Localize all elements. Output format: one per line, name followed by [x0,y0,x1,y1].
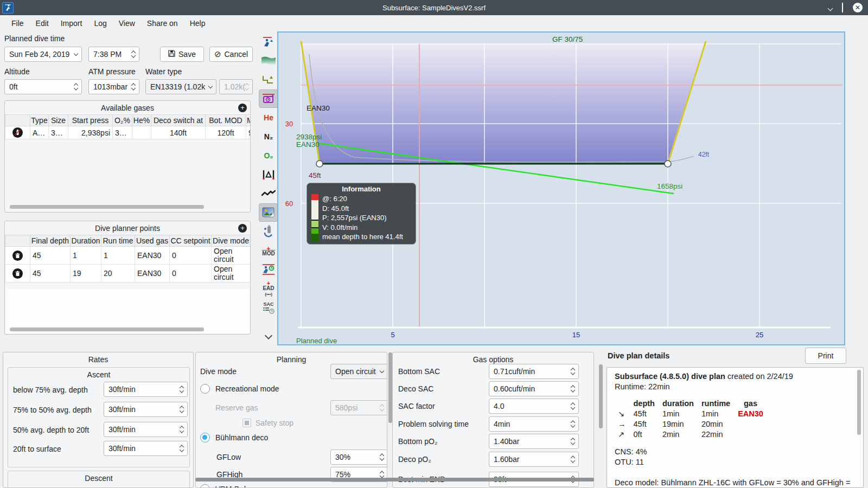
info-tooltip: Information @: 6:20 D: 45.0ft P: 2,557ps… [307,183,416,245]
n2-graph-icon[interactable]: N₂ [259,127,278,146]
middle-vscrollbar[interactable] [388,352,392,423]
safety-stop-checkbox [242,419,251,427]
deco-po2-label: Deco pO₂ [398,455,431,464]
bottom-po2-spinner[interactable]: 1.40bar [489,434,579,449]
menu-bar: File Edit Import Log View Share on Help [0,15,868,31]
ead-icon[interactable]: +EAD(•••) [259,279,278,298]
rate-spinner-50to20ft[interactable]: 30ft/min [104,422,188,437]
gases-hscrollbar[interactable] [10,205,204,209]
dive-mode-select[interactable]: Open circuit [330,364,387,379]
menu-help[interactable]: Help [184,17,212,30]
delete-point-icon[interactable] [12,268,23,279]
rate-label: 50% avg. depth to 20ft [13,426,89,434]
mean-depth-end-label: 42ft [698,151,710,158]
ruler-icon[interactable] [259,165,278,184]
dive-mode-label: Dive mode [200,367,237,376]
dive-time-spinner[interactable]: 7:38 PM [88,47,139,62]
altitude-label: Altitude [4,67,30,76]
dive-mode-ascent-icon[interactable] [259,33,278,51]
bottom-hscrollbar[interactable] [195,478,594,481]
add-gas-button[interactable]: + [238,104,247,112]
o2-graph-icon[interactable]: O₂ [259,146,278,165]
heartrate-icon[interactable] [259,184,278,203]
rate-label: 75% to 50% avg. depth [13,406,92,414]
deco-po2-spinner[interactable]: 1.60bar [489,452,579,467]
info-tooltip-title: Information [311,185,411,193]
mod-icon[interactable]: +MOD [259,241,278,260]
gas-row[interactable]: A… 3… 2,938psi 3… 140ft 120ft 98f [5,126,251,139]
menu-share-on[interactable]: Share on [141,17,184,30]
velocity-colorbar [311,194,318,242]
rate-spinner-75to50[interactable]: 30ft/min [104,402,188,417]
segment-handle-end[interactable] [665,160,671,167]
recreational-mode-radio[interactable] [200,384,210,394]
descent-title: Descent [8,471,189,485]
water-type-select[interactable]: EN13319 (1.02k [145,79,216,94]
planner-point-row[interactable]: 45 1 1 EAN30 0 Open circuit [5,247,251,265]
dc-ceiling-icon[interactable] [259,89,278,108]
bottom-sac-spinner[interactable]: 0.71cuft/min [489,364,579,379]
tooltip-depth: D: 45.0ft [322,204,403,214]
calculated-ceiling-icon[interactable] [259,70,278,89]
available-gases-panel: Available gases + Type Size Start press … [4,100,251,213]
dive-planner-points-panel: Dive planner points + Final depth Durati… [4,221,251,335]
photos-icon[interactable] [259,203,278,222]
x-tick-15: 15 [572,331,580,339]
rates-title: Rates [3,352,193,366]
delete-point-icon[interactable] [12,251,23,261]
sac-icon[interactable]: SAC [259,298,278,317]
menu-file[interactable]: File [5,17,30,30]
vpmb-deco-radio[interactable] [200,484,210,488]
start-gas-label: EAN30 [296,140,320,149]
rate-spinner-20ft-surface[interactable]: 30ft/min [104,441,188,456]
details-text-vscrollbar[interactable] [857,370,861,435]
window-title: Subsurface: SampleDivesV2.ssrf [0,4,868,12]
available-gases-title: Available gases [5,101,250,114]
rate-label: below 75% avg. depth [13,386,88,394]
remove-cylinder-icon[interactable] [12,127,23,138]
y-tick-60: 60 [285,200,293,208]
save-button[interactable]: Save [160,47,204,62]
menu-edit[interactable]: Edit [30,17,55,30]
menu-import[interactable]: Import [55,17,88,30]
save-icon [168,50,175,59]
cancel-button[interactable]: ⊘ Cancel [209,47,253,62]
bottom-po2-label: Bottom pO₂ [398,437,437,446]
ceiling-toggle-icon[interactable] [259,52,278,70]
start-pressure-label: 2938psi [296,133,322,141]
dive-profile-chart[interactable]: GF 30/75 EAN30 2938psi EAN30 45ft 42ft 1… [277,31,845,345]
points-hscrollbar[interactable] [10,328,204,331]
gflow-spinner[interactable]: 30% [330,450,387,465]
sac-factor-spinner[interactable]: 4.0 [489,399,579,414]
plan-runtime-line: Runtime: 22min [615,382,856,392]
print-button[interactable]: Print [805,348,846,364]
menu-log[interactable]: Log [88,17,112,30]
ndl-tts-icon[interactable] [259,260,278,279]
planning-panel: Planning Dive mode Open circuit Recreati… [195,352,387,488]
minimize-button[interactable] [828,3,832,12]
dive-date-select[interactable]: Sun Feb 24, 2019 [4,47,82,62]
atm-pressure-spinner[interactable]: 1013mbar [88,79,139,94]
details-left-vscrollbar[interactable] [599,364,603,428]
toolbar-more-chevron-icon[interactable] [259,327,278,345]
start-depth-label: 45ft [309,171,321,179]
segment-handle-start[interactable] [316,160,323,167]
dive-plan-details-box[interactable]: Subsurface (4.8.5.0) dive plan created o… [607,367,864,488]
problem-time-spinner[interactable]: 4min [489,416,579,432]
altitude-spinner[interactable]: 0ft [4,79,82,94]
rate-spinner-below75[interactable]: 30ft/min [104,382,188,397]
planner-point-row[interactable]: 45 19 20 EAN30 0 Open circuit [5,265,251,282]
menu-view[interactable]: View [113,17,141,30]
gases-header-row: Type Size Start press O₂% He% Deco switc… [5,115,251,126]
add-point-button[interactable]: + [238,224,247,233]
sac-factor-label: SAC factor [398,402,435,410]
tissues-icon[interactable] [259,222,278,241]
he-graph-icon[interactable]: He [259,108,278,127]
tooltip-time: @: 6:20 [322,194,403,204]
close-button[interactable]: ✕ [853,3,863,12]
maximize-button[interactable] [842,3,843,12]
buhlmann-deco-radio[interactable] [200,433,210,442]
otu-line: OTU: 11 [615,457,856,467]
recreational-mode-label: Recreational mode [215,384,279,393]
deco-sac-spinner[interactable]: 0.60cuft/min [489,381,579,396]
